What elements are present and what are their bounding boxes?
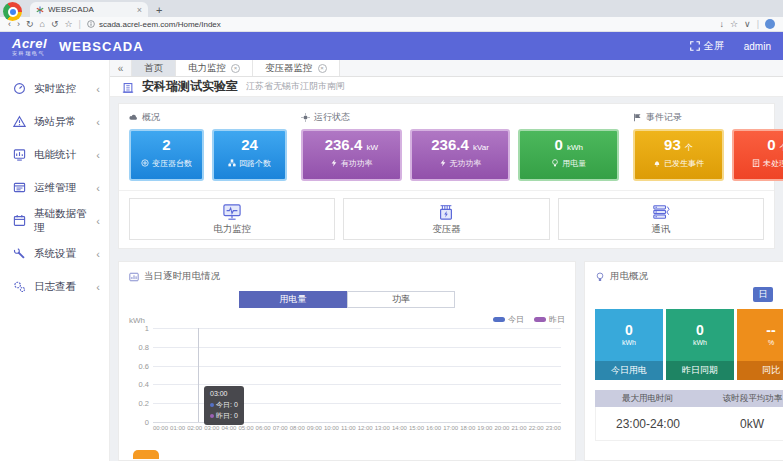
refresh-icon[interactable]: ↻ xyxy=(26,20,34,29)
toggle-power-button[interactable]: 功率 xyxy=(347,291,455,308)
table-row: 23:00-24:00 0kW xyxy=(595,407,783,441)
chart-panel-title: 当日逐时用电情况 xyxy=(144,270,220,283)
x-tick-label: 00:00 xyxy=(153,425,168,431)
tab-close-icon[interactable]: × xyxy=(231,64,240,73)
chevron-icon: ‹ xyxy=(96,215,100,227)
gridline xyxy=(153,366,561,367)
bar-chart-icon xyxy=(13,148,26,161)
tooltip-time: 03:00 xyxy=(210,389,238,400)
star-icon[interactable]: ☆ xyxy=(730,20,738,29)
max-usage-table: 最大用电时间 该时段平均功率 23:00-24:00 0kW xyxy=(595,390,783,441)
y-tick-label: 0.8 xyxy=(129,342,149,351)
tab-home[interactable]: 首页 xyxy=(132,60,176,76)
building-icon xyxy=(122,81,134,93)
sidebar-item-ops-management[interactable]: 运维管理 ‹ xyxy=(0,171,109,204)
browser-tab[interactable]: WEBSCADA × xyxy=(30,2,148,17)
table-header-max-time: 最大用电时间 xyxy=(595,393,700,405)
chevron-icon: ‹ xyxy=(96,182,100,194)
chart-panel-icon xyxy=(129,272,139,282)
browser-tab-title: WEBSCADA xyxy=(48,5,133,14)
sidebar-item-log-view[interactable]: 日志查看 ‹ xyxy=(0,270,109,303)
x-tick-label: 02:00 xyxy=(187,425,202,431)
caret-down-icon[interactable]: ∨ xyxy=(744,20,751,29)
fullscreen-icon xyxy=(690,41,700,51)
stat-card-reactive-power: 236.4 kVar 无功功率 xyxy=(410,129,511,181)
chart-plot-area: 10.80.60.40.20 03:00 今日: 0 昨日: 0 xyxy=(153,328,561,422)
home-icon[interactable]: ⌂ xyxy=(40,20,45,29)
x-tick-label: 05:00 xyxy=(238,425,253,431)
new-tab-button[interactable]: + xyxy=(156,4,162,16)
tab-collapse-button[interactable]: « xyxy=(110,60,132,76)
browser-logo-icon[interactable] xyxy=(3,2,22,21)
stat-card-events-occurred: 93 个 已发生事件 xyxy=(633,129,724,181)
tooltip-row-yesterday: 昨日: 0 xyxy=(210,411,238,422)
tooltip-row-today: 今日: 0 xyxy=(210,400,238,411)
browser-profile-avatar[interactable] xyxy=(765,19,775,29)
fullscreen-button[interactable]: 全屏 xyxy=(690,39,724,53)
chevron-icon: ‹ xyxy=(96,281,100,293)
chart-series-toggle: 用电量 功率 xyxy=(129,291,565,308)
x-tick-label: 12:00 xyxy=(358,425,373,431)
sidebar-item-realtime-monitoring[interactable]: 实时监控 ‹ xyxy=(0,72,109,105)
quick-panel-transformer[interactable]: 变压器 xyxy=(343,198,549,240)
sidebar-item-base-data-management[interactable]: 基础数据管理 ‹ xyxy=(0,204,109,237)
bookmark-star-icon[interactable]: ☆ xyxy=(65,20,73,29)
tab-close-icon[interactable]: × xyxy=(137,5,142,15)
max-usage-time-value: 23:00-24:00 xyxy=(596,417,700,431)
x-tick-label: 23:00 xyxy=(546,425,561,431)
communication-icon xyxy=(651,203,671,221)
history-icon[interactable]: ↺ xyxy=(51,20,59,29)
legend-item-yesterday[interactable]: 昨日 xyxy=(534,314,565,325)
usage-tiles: 0kWh 今日用电 0kWh 昨日同期 --% 同比 xyxy=(595,309,783,380)
usage-panel-title: 用电概况 xyxy=(610,270,648,283)
transformer-icon xyxy=(436,203,456,221)
active-power-icon xyxy=(330,159,338,167)
download-icon[interactable]: ↓ xyxy=(719,20,724,29)
tab-transformer-monitoring[interactable]: 变压器监控 × xyxy=(253,60,340,76)
x-tick-label: 22:00 xyxy=(529,425,544,431)
quick-panels: 电力监控 变压器 通讯 xyxy=(129,198,764,240)
stat-card-transformer-count: 2 变压器台数 xyxy=(129,129,204,181)
datazoom-handle[interactable] xyxy=(133,450,159,459)
sidebar-item-station-abnormal[interactable]: 场站异常 ‹ xyxy=(0,105,109,138)
quick-panel-communication[interactable]: 通讯 xyxy=(558,198,764,240)
page-tab-bar: « 首页 电力监控 × 变压器监控 × xyxy=(110,60,783,77)
favicon-asterisk-icon xyxy=(36,6,44,14)
y-tick-label: 0.4 xyxy=(129,380,149,389)
group-overview: 概况 2 变压器台数 24 回路个数 xyxy=(129,111,287,181)
app-header: Acrel 安科瑞电气 WEBSCADA 全屏 admin xyxy=(0,32,783,60)
acrel-logo-subtext: 安科瑞电气 xyxy=(12,51,47,56)
x-tick-label: 13:00 xyxy=(375,425,390,431)
flag-icon xyxy=(633,113,642,122)
y-tick-label: 0.2 xyxy=(129,399,149,408)
legend-item-today[interactable]: 今日 xyxy=(493,314,524,325)
x-tick-label: 17:00 xyxy=(443,425,458,431)
separator: | xyxy=(757,19,759,29)
separator: | xyxy=(79,19,81,29)
period-day-button[interactable]: 日 xyxy=(753,287,773,302)
x-tick-label: 16:00 xyxy=(426,425,441,431)
x-tick-label: 19:00 xyxy=(477,425,492,431)
url-field[interactable]: scada.acrel-eem.com/Home/Index xyxy=(87,20,221,29)
sun-status-icon xyxy=(301,113,310,122)
x-tick-label: 08:00 xyxy=(290,425,305,431)
tab-close-icon[interactable]: × xyxy=(318,64,327,73)
avg-power-value: 0kW xyxy=(700,417,783,431)
user-menu[interactable]: admin xyxy=(744,41,771,52)
sidebar-item-energy-statistics[interactable]: 电能统计 ‹ xyxy=(0,138,109,171)
gridline xyxy=(153,328,561,329)
overview-section: 概况 2 变压器台数 24 回路个数 xyxy=(118,103,775,249)
usage-overview-panel: 用电概况 日 0kWh 今日用电 0kWh 昨日同期 xyxy=(584,261,783,461)
quick-panel-power-monitoring[interactable]: 电力监控 xyxy=(129,198,335,240)
x-tick-label: 20:00 xyxy=(494,425,509,431)
x-axis-labels: 00:0001:0002:0003:0004:0005:0006:0007:00… xyxy=(153,425,561,431)
circuit-count-icon xyxy=(228,159,236,167)
toggle-energy-button[interactable]: 用电量 xyxy=(239,291,347,308)
info-icon xyxy=(87,20,95,28)
sidebar-item-system-settings[interactable]: 系统设置 ‹ xyxy=(0,237,109,270)
tab-power-monitoring[interactable]: 电力监控 × xyxy=(176,60,253,76)
forward-icon[interactable]: › xyxy=(17,20,20,29)
gears-icon xyxy=(13,280,26,293)
gauge-icon xyxy=(13,82,26,95)
url-text: scada.acrel-eem.com/Home/Index xyxy=(99,20,221,29)
